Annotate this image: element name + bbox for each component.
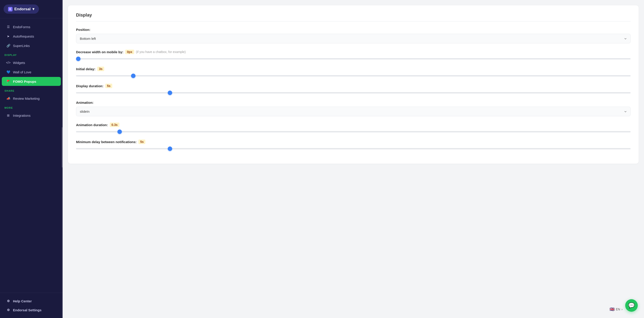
decrease-width-slider-wrapper xyxy=(76,56,630,60)
sidebar-nav: ☰ EndoForms ➤ AutoRequests 🔗 SuperLinks … xyxy=(0,18,62,293)
position-select[interactable]: Bottom left Bottom right Top left Top ri… xyxy=(76,34,630,44)
animation-duration-field: Animation duration: 0.3s xyxy=(76,122,630,133)
lang-arrow: › xyxy=(622,308,622,311)
min-delay-slider-wrapper xyxy=(76,146,630,150)
min-delay-badge: 5s xyxy=(138,140,146,144)
brand-name: Endorsal xyxy=(14,7,31,12)
sidebar-item-autorequests[interactable]: ➤ AutoRequests xyxy=(2,32,61,41)
sidebar-item-superlinks[interactable]: 🔗 SuperLinks xyxy=(2,41,61,50)
flag-icon: 🇬🇧 xyxy=(610,307,614,312)
min-delay-slider[interactable] xyxy=(76,148,630,150)
sidebar-footer: ⚙ Help Center ⚙ Endorsal Settings xyxy=(0,293,62,318)
display-duration-badge: 5s xyxy=(105,84,112,88)
sidebar-item-label: Widgets xyxy=(13,61,25,65)
scrollbar-thumb[interactable] xyxy=(62,127,62,168)
display-duration-slider[interactable] xyxy=(76,92,630,94)
display-card: Display Position: Bottom left Bottom rig… xyxy=(68,5,639,164)
chat-icon: 💬 xyxy=(628,302,635,308)
section-title: Display xyxy=(76,12,630,22)
decrease-width-hint: (if you have a chatbox, for example) xyxy=(136,50,186,54)
sidebar-item-label: Review Marketing xyxy=(13,96,40,100)
animation-duration-label: Animation duration: 0.3s xyxy=(76,122,630,127)
scrollbar-track xyxy=(62,0,62,318)
sidebar-item-label: SuperLinks xyxy=(13,44,30,48)
help-center-item[interactable]: ⚙ Help Center xyxy=(2,296,61,306)
decrease-width-field: Decrease width on mobile by: 0px (if you… xyxy=(76,50,630,60)
initial-delay-slider-wrapper xyxy=(76,73,630,78)
sidebar: E Endorsal ▾ ☰ EndoForms ➤ AutoRequests … xyxy=(0,0,62,318)
brand-dropdown-arrow: ▾ xyxy=(32,7,34,12)
display-duration-slider-wrapper xyxy=(76,90,630,94)
decrease-width-label: Decrease width on mobile by: 0px (if you… xyxy=(76,50,630,54)
animation-field: Animation: slideIn fadeIn bounceIn none xyxy=(76,101,630,116)
animation-select[interactable]: slideIn fadeIn bounceIn none xyxy=(76,107,630,116)
sidebar-item-endoforms[interactable]: ☰ EndoForms xyxy=(2,22,61,31)
animation-duration-slider-wrapper xyxy=(76,129,630,133)
wall-of-love-icon: 💙 xyxy=(6,70,10,74)
sidebar-item-widgets[interactable]: </> Widgets xyxy=(2,58,61,67)
brand-button[interactable]: E Endorsal ▾ xyxy=(4,4,39,14)
sidebar-item-label: Integrations xyxy=(13,114,30,118)
animation-duration-badge: 0.3s xyxy=(110,122,120,127)
endorsal-settings-icon: ⚙ xyxy=(6,308,10,312)
sidebar-item-label: EndoForms xyxy=(13,25,30,29)
sidebar-item-integrations[interactable]: ⊞ Integrations xyxy=(2,111,61,120)
chat-fab[interactable]: 💬 xyxy=(625,299,638,312)
animation-label: Animation: xyxy=(76,101,630,104)
position-field: Position: Bottom left Bottom right Top l… xyxy=(76,28,630,44)
endorsal-settings-label: Endorsal Settings xyxy=(13,308,42,312)
brand-icon: E xyxy=(8,7,12,12)
endorsal-settings-item[interactable]: ⚙ Endorsal Settings xyxy=(2,306,61,314)
review-marketing-icon: 📣 xyxy=(6,96,10,100)
position-label: Position: xyxy=(76,28,630,32)
initial-delay-field: Initial delay: 3s xyxy=(76,67,630,78)
initial-delay-label: Initial delay: 3s xyxy=(76,67,630,71)
sidebar-header: E Endorsal ▾ xyxy=(0,0,62,18)
more-section-label: MORE xyxy=(0,103,62,110)
help-center-label: Help Center xyxy=(13,299,32,303)
decrease-width-badge: 0px xyxy=(125,50,134,54)
sidebar-item-fomo-popups[interactable]: 🚩 FOMO Popups xyxy=(2,77,61,86)
min-delay-label: Minimum delay between notifications: 5s xyxy=(76,140,630,144)
display-section-label: DISPLAY xyxy=(0,50,62,58)
language-bar[interactable]: 🇬🇧 EN › xyxy=(610,307,622,312)
main-content: Display Position: Bottom left Bottom rig… xyxy=(62,0,644,318)
autorequests-icon: ➤ xyxy=(6,34,10,38)
fomo-popups-icon: 🚩 xyxy=(6,80,10,84)
min-delay-field: Minimum delay between notifications: 5s xyxy=(76,140,630,150)
animation-duration-slider[interactable] xyxy=(76,131,630,132)
superlinks-icon: 🔗 xyxy=(6,44,10,48)
integrations-icon: ⊞ xyxy=(6,114,10,118)
display-duration-label: Display duration: 5s xyxy=(76,84,630,88)
share-section-label: SHARE xyxy=(0,86,62,94)
sidebar-item-label: Wall of Love xyxy=(13,70,31,74)
initial-delay-slider[interactable] xyxy=(76,75,630,76)
endoforms-icon: ☰ xyxy=(6,25,10,29)
sidebar-item-label: AutoRequests xyxy=(13,34,34,38)
lang-code: EN xyxy=(616,308,620,311)
display-duration-field: Display duration: 5s xyxy=(76,84,630,94)
sidebar-item-review-marketing[interactable]: 📣 Review Marketing xyxy=(2,94,61,103)
sidebar-item-wall-of-love[interactable]: 💙 Wall of Love xyxy=(2,68,61,76)
sidebar-item-label: FOMO Popups xyxy=(13,80,36,84)
help-center-icon: ⚙ xyxy=(6,299,10,303)
initial-delay-badge: 3s xyxy=(97,67,104,71)
widgets-icon: </> xyxy=(6,60,10,65)
decrease-width-slider[interactable] xyxy=(76,58,630,60)
